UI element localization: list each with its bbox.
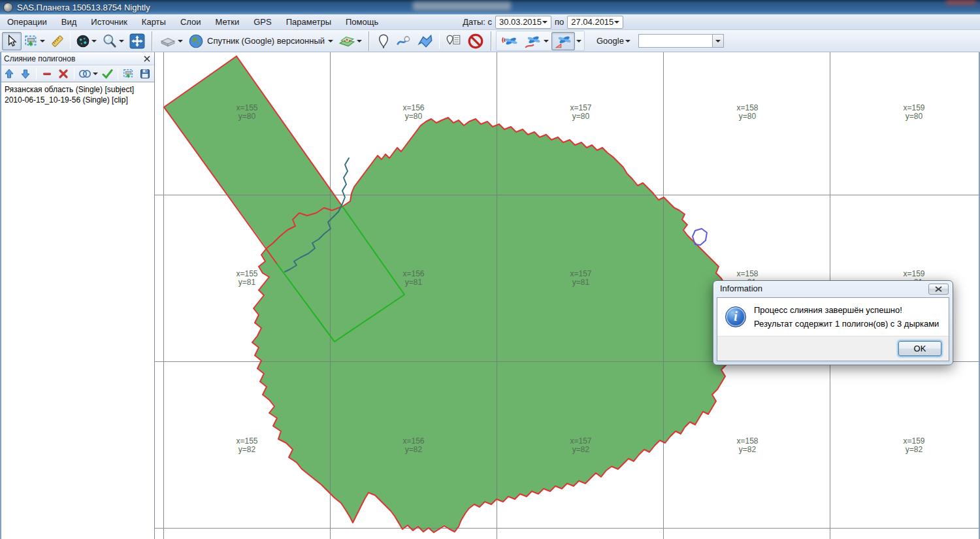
menu-help[interactable]: Помощь [338, 15, 385, 29]
menu-layers[interactable]: Слои [173, 15, 208, 29]
save-result-button[interactable] [138, 67, 152, 81]
date-from-value: 30.03.2015 [499, 17, 542, 27]
polygon-icon [417, 33, 434, 49]
cursor-tool-button[interactable] [2, 32, 22, 50]
main-area: Слияние полигонов [0, 52, 980, 539]
search-provider-label: Google [596, 36, 624, 46]
arrow-down-icon [20, 69, 31, 79]
layers-icon [338, 33, 355, 49]
window-title: SAS.Планета 150513.8754 Nightly [17, 3, 150, 12]
selection-manager-button[interactable] [22, 32, 48, 50]
zoom-tool-button[interactable] [99, 32, 127, 50]
minus-icon [42, 69, 52, 79]
check-icon [102, 69, 113, 79]
map-source-label: Спутник (Google) версионный [207, 36, 325, 46]
placemark-icon [376, 33, 391, 49]
dialog-message-line2: Результат содержит 1 полигон(ов) с 3 дыр… [754, 317, 939, 331]
menu-maps[interactable]: Карты [135, 15, 173, 29]
chevron-down-icon [715, 40, 721, 42]
dialog-client-area: i Процесс слияния завершён успешно! Резу… [717, 297, 949, 361]
date-from-combobox[interactable]: 30.03.2015 [495, 16, 551, 29]
date-to-value: 27.04.2015 [571, 17, 613, 27]
panel-toolbar [0, 65, 154, 82]
info-icon: i [725, 306, 746, 327]
menu-gps[interactable]: GPS [246, 15, 278, 29]
panel-title: Слияние полигонов [4, 54, 144, 63]
tile-coordinate-label: x=155y=80 [236, 103, 257, 121]
menu-placemarks[interactable]: Метки [208, 15, 247, 29]
gps-position-button[interactable] [551, 32, 575, 50]
merge-operation-button[interactable] [78, 67, 98, 81]
polygon-fills [164, 56, 736, 532]
chevron-down-icon [40, 40, 45, 42]
merge-item-list: Рязанская область (Single) [subject] 201… [0, 82, 154, 539]
close-icon [935, 286, 942, 292]
apply-merge-button[interactable] [100, 67, 114, 81]
search-combobox[interactable] [638, 34, 724, 48]
arrow-up-icon [4, 69, 14, 79]
menu-view[interactable]: Вид [54, 15, 84, 29]
list-item-clip[interactable]: 2010-06-15_10-19-56 (Single) [clip] [0, 95, 154, 105]
remove-item-button[interactable] [40, 67, 54, 81]
hide-marks-button[interactable] [465, 32, 487, 50]
dialog-title: Information [720, 284, 762, 293]
chevron-down-icon [328, 40, 333, 42]
menu-parameters[interactable]: Параметры [279, 15, 338, 29]
tile-coordinate-label: x=155y=82 [236, 436, 257, 454]
tile-coordinate-label: x=156y=81 [402, 269, 424, 287]
map-viewport[interactable]: x=155y=80x=155y=81x=155y=82x=156y=80x=15… [155, 52, 980, 539]
application-window: SAS.Планета 150513.8754 Nightly Операции… [0, 0, 980, 539]
tile-coordinate-label: x=157y=82 [570, 436, 591, 454]
gps-position-icon [554, 33, 572, 50]
search-provider-button[interactable]: Google [594, 32, 633, 50]
menu-bar: Операции Вид Источник Карты Слои Метки G… [0, 14, 980, 30]
placemark-manager-button[interactable] [442, 32, 465, 50]
cache-mode-button[interactable] [157, 32, 186, 50]
fullscreen-icon [129, 33, 145, 49]
gps-connect-icon [500, 33, 519, 50]
fullscreen-button[interactable] [127, 32, 148, 50]
censored-title-text [413, 2, 511, 10]
gps-connect-button[interactable] [498, 32, 521, 50]
list-item-subject[interactable]: Рязанская область (Single) [subject] [0, 84, 154, 95]
add-path-button[interactable] [393, 32, 414, 50]
date-to-combobox[interactable]: 27.04.2015 [567, 16, 623, 29]
search-dropdown-button[interactable] [712, 35, 723, 47]
move-up-button[interactable] [2, 67, 16, 81]
menu-operations[interactable]: Операции [0, 15, 54, 29]
cursor-icon [5, 34, 19, 48]
search-input[interactable] [639, 35, 712, 46]
gps-track-button[interactable] [521, 32, 551, 50]
close-icon[interactable] [144, 56, 150, 62]
zoom-scale-button[interactable] [73, 32, 99, 50]
menu-source[interactable]: Источник [84, 15, 135, 29]
dates-mid-label: по [555, 17, 564, 27]
add-placemark-button[interactable] [374, 32, 393, 50]
dialog-close-button[interactable] [928, 284, 949, 295]
clear-list-button[interactable] [56, 67, 71, 81]
gps-toolbar-group [496, 31, 585, 51]
dialog-message-line1: Процесс слияния завершён успешно! [754, 303, 939, 317]
layers-button[interactable] [336, 32, 365, 50]
ok-button[interactable]: OK [898, 341, 941, 356]
title-bar[interactable]: SAS.Планета 150513.8754 Nightly [0, 0, 980, 14]
app-icon [3, 3, 13, 12]
dialog-message-area: i Процесс слияния завершён успешно! Резу… [717, 298, 949, 336]
ruler-icon [50, 34, 65, 48]
censored-close-button [946, 0, 976, 5]
dates-prefix-label: Даты: с [463, 17, 492, 27]
path-icon [396, 33, 412, 49]
move-down-button[interactable] [18, 67, 33, 81]
chevron-down-icon [357, 40, 362, 42]
add-polygon-button[interactable] [414, 32, 436, 50]
to-selection-button[interactable] [122, 67, 136, 81]
window-frame-left [0, 52, 1, 539]
selection-icon [123, 68, 135, 80]
blue-mark-outline [693, 229, 707, 245]
date-filter-group: Даты: с 30.03.2015 по 27.04.2015 [463, 16, 623, 29]
map-source-button[interactable]: Спутник (Google) версионный [186, 32, 336, 50]
floppy-disk-icon [140, 69, 150, 79]
chevron-down-icon [614, 21, 619, 24]
ruler-tool-button[interactable] [48, 32, 67, 50]
earth-icon [188, 33, 204, 49]
